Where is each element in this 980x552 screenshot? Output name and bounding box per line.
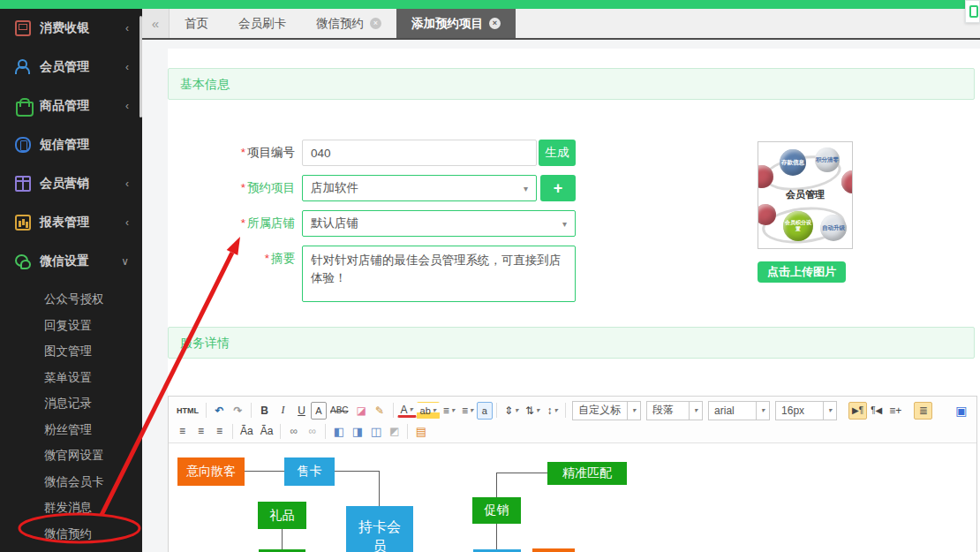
bold-button[interactable]: B (255, 402, 274, 420)
lowercase-button[interactable]: Ãa (257, 422, 277, 440)
ball-auto-upgrade: 自动升级 (820, 215, 847, 241)
line-height-button[interactable]: ⇕▾ (501, 402, 522, 420)
toolbar-row-2: ≡ ≡ ≡ Ãa Ãa ∞ ∞ ◧ ◨ ◫ ◩ ▤ (173, 421, 972, 441)
tab-label: 首页 (185, 16, 208, 32)
align-justify-button[interactable]: ≡ (210, 422, 229, 440)
summary-textarea[interactable]: 针对针对店铺的最佳会员管理系统，可直接到店体验！ (302, 246, 576, 302)
tab-add-booking-item[interactable]: 添加预约项目 × (396, 9, 516, 38)
shop-select[interactable]: 默认店铺 ▾ (302, 210, 576, 237)
close-icon[interactable]: × (370, 18, 381, 29)
booking-item-select[interactable]: 店加软件 ▾ (302, 175, 537, 201)
wechat-icon (15, 253, 31, 269)
caret-down-icon: ▾ (433, 406, 436, 414)
sidebar-scrollbar[interactable] (139, 16, 142, 117)
align-settings-button[interactable]: ≣ (914, 402, 932, 420)
member-management-preview-image[interactable]: 存款信息 积分清零 会员积分设置 自动升级 会员管理 (758, 141, 853, 249)
phone-icon (15, 137, 31, 153)
field-label: *项目编号 (168, 140, 302, 166)
chevron-left-icon: ‹ (125, 100, 129, 112)
chevron-left-icon: ‹ (125, 61, 129, 73)
float-none-icon[interactable]: ◨ (348, 422, 366, 440)
selected-value: 店加软件 (311, 180, 358, 196)
generate-button[interactable]: 生成 (539, 140, 576, 166)
unlink-icon[interactable]: ∞ (303, 422, 321, 440)
sidebar-item-sms[interactable]: 短信管理 (0, 125, 142, 164)
field-label: *预约项目 (168, 175, 302, 201)
sidebar-item-members[interactable]: 会员管理 ‹ (0, 48, 142, 87)
anchor-button[interactable]: a (477, 402, 493, 420)
sidebar-item-goods[interactable]: 商品管理 ‹ (0, 87, 142, 125)
ball-points-reset: 积分清零 (815, 147, 840, 172)
sidebar-item-cashier[interactable]: 消费收银 ‹ (0, 9, 142, 48)
sidebar-item-label: 商品管理 (40, 98, 89, 114)
notification-popup-fragment[interactable] (965, 0, 980, 23)
submenu-item-menu-settings[interactable]: 菜单设置 (0, 365, 142, 391)
tab-home[interactable]: 首页 (170, 9, 223, 38)
strikethrough-button[interactable]: ABC (327, 402, 352, 420)
paragraph-spacing-button[interactable]: ⇅▾ (522, 402, 543, 420)
font-color-button[interactable]: A▾ (397, 403, 417, 418)
letter-spacing-button[interactable]: ↕▾ (543, 402, 562, 420)
editor-content-area[interactable]: 意向散客 售卡 礼品 持卡会员 促销 精准匹配 (169, 443, 976, 552)
submenu-item-wechat-card[interactable]: 微信会员卡 (0, 469, 142, 495)
link-icon[interactable]: ∞ (284, 422, 303, 440)
sidebar-item-reports[interactable]: 报表管理 ‹ (0, 203, 142, 242)
rtl-direction-button[interactable]: ¶◀ (867, 402, 886, 420)
align-left-button[interactable]: ≡ (173, 422, 192, 440)
eraser-icon[interactable]: ◪ (352, 402, 371, 420)
submenu-item-micro-site[interactable]: 微官网设置 (0, 442, 142, 469)
chevron-left-icon: ‹ (125, 178, 129, 190)
sidebar-item-wechat-settings[interactable]: 微信设置 ∨ (0, 242, 142, 281)
flow-connector (496, 473, 547, 473)
font-family-select[interactable]: arial▾ (708, 401, 770, 420)
unordered-list-button[interactable]: ≡▾ (458, 402, 477, 420)
underline-button[interactable]: U (292, 402, 311, 420)
clear-float-icon[interactable]: ◩ (385, 422, 403, 440)
tab-wechat-booking[interactable]: 微信预约 × (301, 9, 396, 38)
toolbar-separator (280, 424, 281, 439)
submenu-item-wechat-booking[interactable]: 微信预约 (0, 521, 142, 548)
tab-member-swipe[interactable]: 会员刷卡 (223, 9, 301, 38)
submenu-item-message-log[interactable]: 消息记录 (0, 390, 142, 417)
close-icon[interactable]: × (489, 18, 501, 29)
upload-image-button[interactable]: 点击上传图片 (758, 261, 846, 283)
sidebar-item-label: 报表管理 (40, 215, 89, 231)
submenu-item-official-auth[interactable]: 公众号授权 (0, 286, 142, 313)
submenu-item-reply-settings[interactable]: 回复设置 (0, 313, 142, 339)
custom-style-select[interactable]: 自定义标▾ (572, 401, 641, 420)
flow-node-prospects: 意向散客 (177, 457, 245, 486)
uppercase-button[interactable]: Ãa (237, 422, 257, 440)
undo-icon[interactable]: ↶ (210, 402, 229, 420)
ordered-list-button[interactable]: ≡▾ (440, 402, 458, 420)
bar-chart-icon (15, 215, 31, 231)
font-size-select[interactable]: 16px▾ (775, 401, 837, 420)
submenu-item-broadcast[interactable]: 群发消息 (0, 495, 142, 521)
project-code-input[interactable] (302, 140, 537, 166)
ltr-direction-button[interactable]: ▶¶ (848, 402, 867, 420)
flow-connector (379, 471, 380, 506)
preview-center-title: 会员管理 (758, 188, 852, 201)
format-brush-icon[interactable]: ✎ (371, 402, 389, 420)
sidebar-item-marketing[interactable]: 会员营销 ‹ (0, 164, 142, 203)
html-source-button[interactable]: HTML (173, 402, 202, 420)
highlight-color-button[interactable]: ab▾ (417, 402, 440, 420)
float-right-icon[interactable]: ◫ (366, 422, 385, 440)
fullscreen-icon[interactable]: ▣ (952, 402, 970, 420)
paragraph-indent-button[interactable]: ≡+ (886, 402, 905, 420)
font-style-button[interactable]: A (311, 402, 327, 420)
redo-icon[interactable]: ↷ (229, 402, 247, 420)
collapse-tabs-button[interactable]: « (142, 9, 170, 38)
float-left-icon[interactable]: ◧ (329, 422, 348, 440)
caret-down-icon: ▾ (524, 184, 528, 193)
caret-down-icon: ▾ (562, 219, 567, 229)
toolbar-row-1: HTML ↶ ↷ B I U A ABC ◪ ✎ A▾ ab▾ ≡▾ ≡▾ a … (173, 399, 972, 421)
align-center-button[interactable]: ≡ (192, 422, 210, 440)
italic-button[interactable]: I (274, 402, 292, 420)
paragraph-select[interactable]: 段落▾ (646, 401, 703, 420)
submenu-item-fans-mgmt[interactable]: 粉丝管理 (0, 417, 142, 443)
tab-label: 会员刷卡 (238, 16, 286, 32)
image-icon[interactable]: ▤ (411, 422, 430, 440)
chevron-left-icon: ‹ (125, 216, 129, 229)
add-item-button[interactable]: + (540, 175, 576, 201)
submenu-item-article-mgmt[interactable]: 图文管理 (0, 338, 142, 365)
